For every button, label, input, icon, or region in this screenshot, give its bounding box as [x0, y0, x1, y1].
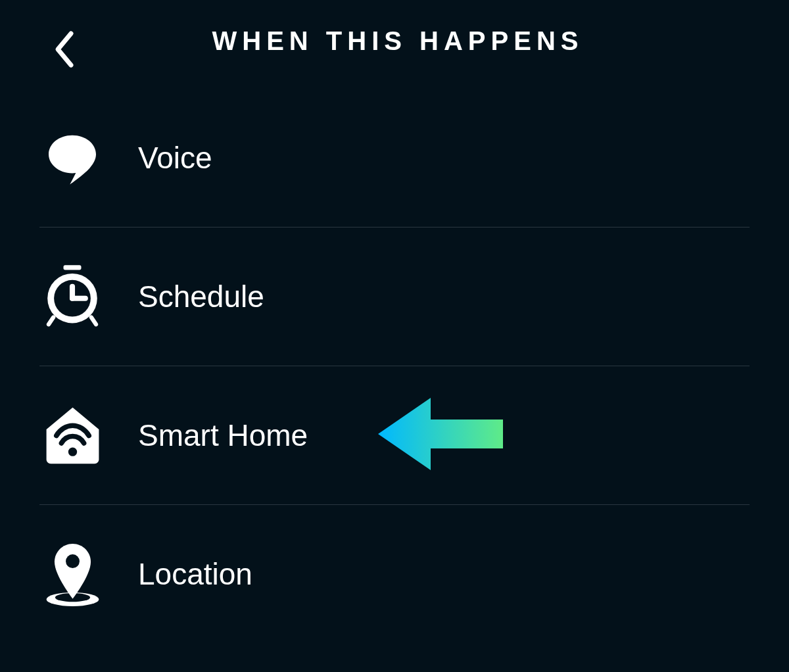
trigger-item-location[interactable]: Location: [39, 505, 750, 643]
chevron-left-icon: [53, 30, 76, 69]
page-title: WHEN THIS HAPPENS: [46, 26, 750, 56]
highlight-arrow-icon: [375, 395, 506, 476]
svg-line-5: [49, 318, 53, 325]
smart-home-icon: [39, 402, 105, 468]
trigger-item-label: Voice: [138, 140, 212, 176]
trigger-item-label: Smart Home: [138, 418, 308, 453]
voice-icon: [39, 125, 105, 191]
svg-point-10: [66, 554, 80, 568]
trigger-item-schedule[interactable]: Schedule: [39, 228, 750, 366]
trigger-item-label: Location: [138, 556, 252, 592]
header: WHEN THIS HAPPENS: [0, 0, 789, 89]
location-icon: [39, 541, 105, 607]
back-button[interactable]: [53, 30, 76, 72]
svg-line-6: [91, 318, 96, 325]
trigger-item-label: Schedule: [138, 279, 264, 314]
svg-point-7: [68, 447, 76, 456]
trigger-list: Voice Schedule Smart Home: [0, 89, 789, 643]
schedule-icon: [39, 264, 105, 329]
trigger-item-smart-home[interactable]: Smart Home: [39, 366, 750, 505]
trigger-item-voice[interactable]: Voice: [39, 89, 750, 228]
svg-rect-0: [64, 265, 82, 270]
